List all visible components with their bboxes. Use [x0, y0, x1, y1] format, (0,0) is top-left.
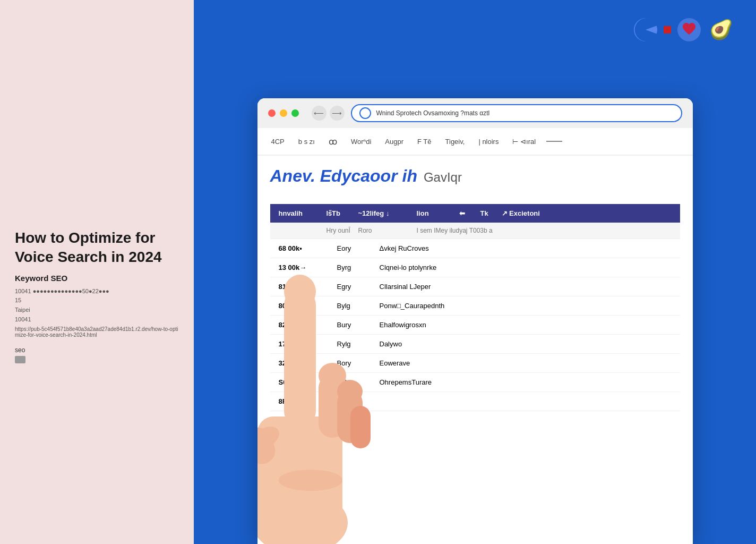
row-num-7: S0 00k• [279, 378, 327, 386]
row-name-0: Eory [337, 244, 369, 252]
table-row: 13 00k→ Byrg Clqnei-lo ptolynrke [270, 258, 680, 277]
nav-tab-0[interactable]: 4CP [266, 134, 290, 149]
page-header-part1: Anev. Edycaoor ih [270, 166, 417, 186]
row-num-5: 17 00k• [279, 340, 327, 348]
row-num-4: 82 00k• [279, 321, 327, 329]
row-desc-3: Ponw□_Caurapednth [380, 302, 672, 310]
row-desc-4: Ehalfowigrosxn [380, 321, 672, 329]
meta-dots: ●●●●●●●●●●●●●●50●22●●● [33, 288, 109, 294]
th-arrow: ⬅ [459, 209, 480, 217]
row-desc-1: Clqnei-lo ptolynrke [380, 264, 672, 271]
maximize-button[interactable] [291, 109, 299, 117]
traffic-lights [268, 109, 299, 117]
svg-rect-12 [257, 424, 279, 468]
th-tk: Tk [480, 209, 502, 217]
top-bar: 🥑 [194, 0, 756, 98]
svg-point-2 [257, 491, 348, 544]
browser-window: ⟵ ⟶ Wnind Sprotech Ovsamoxing ?mats αztl… [257, 98, 693, 544]
svg-point-11 [257, 422, 283, 453]
th-hnvalih: hnvalih [279, 209, 327, 217]
svg-point-13 [279, 470, 342, 491]
row-name-6: Bory [337, 359, 369, 367]
meta-num: 15 [15, 297, 21, 303]
main-area: 🥑 ⟵ ⟶ Wnind Sprotech Ovsamoxing ?mats αz… [194, 0, 756, 544]
avocado-icon: 🥑 [707, 16, 735, 44]
row-desc-5: Dalywo [380, 340, 672, 348]
forward-button[interactable]: ⟶ [330, 106, 345, 121]
th-12lifeg: ~12lifeg ↓ [358, 209, 417, 217]
row-name-1: Byrg [337, 264, 369, 271]
row-name-4: Bury [337, 321, 369, 329]
table-row: 80 00k• Bylg Ponw□_Caurapednth [270, 296, 680, 316]
nav-buttons: ⟵ ⟶ [312, 106, 345, 121]
nav-tab-8[interactable]: ⊢ ⊲ıral [507, 134, 541, 149]
row-name-2: Egry [337, 283, 369, 291]
nav-tab-5[interactable]: F Tē [412, 134, 437, 149]
nav-tab-7[interactable]: | nloirs [473, 134, 504, 149]
table-row: 82 00k• Bury Ehalfowigrosxn [270, 316, 680, 335]
nav-tab-3[interactable]: Worⁿdi [346, 134, 376, 149]
meta-city: Taipei [15, 307, 30, 313]
back-button[interactable]: ⟵ [312, 106, 327, 121]
url-text: Wnind Sprotech Ovsamoxing ?mats αztl [376, 109, 674, 117]
sidebar: How to Optimize for Voice Search in 2024… [0, 0, 194, 544]
row-num-2: 81 00k• [279, 283, 327, 291]
row-num-3: 80 00k• [279, 302, 327, 310]
nav-tab-6[interactable]: Tigeiv, [440, 134, 470, 149]
browser-nav-tabs: 4CP b s zı ꝏ Worⁿdi Augpr F Tē Tigeiv, |… [257, 128, 693, 156]
subh-desc: I sem IMey iludyaj T003b a [417, 227, 672, 234]
tab-indicator [546, 141, 562, 142]
table-row: 68 00k• Eory Δvkej RuCroves [270, 239, 680, 258]
page-header-part2: GavIqr [424, 170, 462, 185]
sidebar-meta: 10041 ●●●●●●●●●●●●●●50●22●●● 15 Taipei 1… [15, 287, 179, 324]
browser-titlebar: ⟵ ⟶ Wnind Sprotech Ovsamoxing ?mats αztl [257, 98, 693, 128]
row-num-1: 13 00k→ [279, 264, 327, 271]
tag-icon [15, 356, 25, 363]
minimize-button[interactable] [280, 109, 287, 117]
table-row: 17 00k• Rylg Dalywo [270, 335, 680, 354]
table-subheader: Hry ounĪ Roro I sem IMey iludyaj T003b a [270, 223, 680, 239]
sidebar-title: How to Optimize for Voice Search in 2024 [15, 228, 179, 267]
table-header-row: hnvalih ls̈Tb ~12lifeg ↓ lion ⬅ Tk ↗ Exc… [270, 204, 680, 223]
row-desc-0: Δvkej RuCroves [380, 244, 672, 252]
url-bar[interactable]: Wnind Sprotech Ovsamoxing ?mats αztl [351, 104, 682, 122]
close-button[interactable] [268, 109, 276, 117]
table-body: 68 00k• Eory Δvkej RuCroves 13 00k→ Byrg… [270, 239, 680, 411]
tag-label: seo [15, 346, 179, 354]
heart-icon [675, 16, 703, 44]
subh-roro: Roro [358, 227, 417, 234]
browser-content: Anev. Edycaoor ih GavIqr hnvalih ls̈Tb ~… [257, 156, 693, 422]
table-row: 8F 00k• [270, 392, 680, 411]
row-name-3: Bylg [337, 302, 369, 310]
row-num-0: 68 00k• [279, 244, 327, 252]
row-desc-6: Eowerave [380, 359, 672, 367]
row-desc-7: OhrepemsTurare [380, 378, 672, 386]
subh-hryoun: Hry ounĪ [327, 227, 358, 234]
row-name-5: Rylg [337, 340, 369, 348]
url-icon [359, 107, 371, 119]
meta-code: 10041 [15, 316, 31, 322]
top-icons: 🥑 [632, 16, 735, 44]
nav-tab-1[interactable]: b s zı [293, 134, 320, 149]
nav-tab-2[interactable]: ꝏ [323, 133, 342, 150]
row-num-8: 8F 00k• [279, 397, 327, 405]
svg-rect-3 [257, 416, 342, 533]
row-num-6: 32 00k• [279, 359, 327, 367]
table-row: 32 00k• Bory Eowerave [270, 354, 680, 373]
meta-id: 10041 [15, 288, 31, 294]
subh-empty [279, 227, 327, 234]
th-excietoni: ↗ Excietoni [502, 209, 672, 217]
row-name-7: Nillv [337, 378, 369, 386]
nav-tab-4[interactable]: Augpr [380, 134, 409, 149]
sidebar-url: https://pub-5c454f571b8e40a3a2aad27ade84… [15, 326, 179, 338]
pacman-icon [632, 16, 659, 44]
row-desc-2: Cllarsinal LJeper [380, 283, 672, 291]
sidebar-subtitle: Keyword SEO [15, 274, 179, 283]
th-lstb: ls̈Tb [327, 209, 358, 217]
sidebar-tag: seo [15, 346, 179, 365]
red-dot [664, 26, 671, 33]
th-lion: lion [417, 209, 459, 217]
table-row: 81 00k• Egry Cllarsinal LJeper [270, 277, 680, 296]
table-row: S0 00k• Nillv OhrepemsTurare [270, 373, 680, 392]
